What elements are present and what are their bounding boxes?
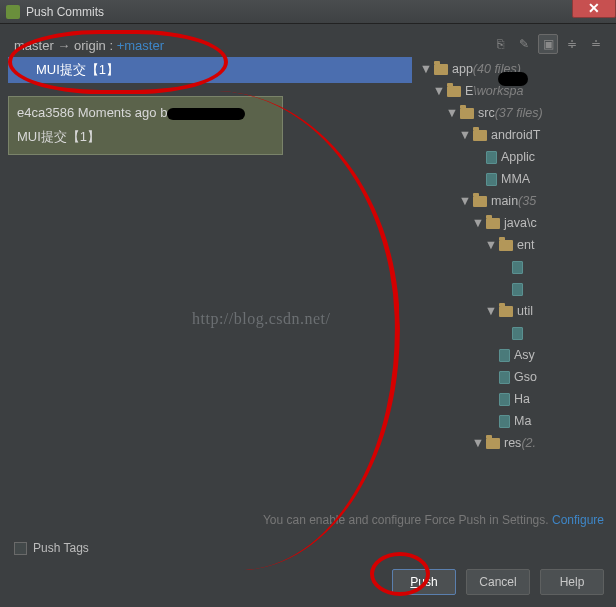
tree-folder[interactable]: ▼ent (420, 234, 608, 256)
commits-panel: master → origin : +master MUI提交【1】 e4ca3… (8, 34, 412, 503)
tree-label: src (478, 102, 495, 124)
file-icon (486, 151, 497, 164)
expander-icon[interactable]: ▼ (459, 124, 471, 146)
commit-message: MUI提交【1】 (17, 128, 274, 146)
local-branch: master (14, 38, 54, 53)
tree-file[interactable]: Asy (420, 344, 608, 366)
tree-file[interactable]: Applic (420, 146, 608, 168)
tree-file[interactable] (420, 256, 608, 278)
commit-tooltip: e4ca3586 Moments ago b MUI提交【1】 (8, 96, 283, 155)
remote-name: origin (74, 38, 106, 53)
expander-icon[interactable]: ▼ (485, 234, 497, 256)
app-icon (6, 5, 20, 19)
tree-label: util (517, 300, 533, 322)
tree-label: MMA (501, 168, 530, 190)
folder-icon (473, 196, 487, 207)
commit-hash: e4ca3586 (17, 105, 74, 120)
file-icon (499, 415, 510, 428)
configure-link[interactable]: Configure (552, 513, 604, 527)
expander-icon[interactable]: ▼ (472, 212, 484, 234)
tree-label: app (452, 58, 473, 80)
folder-icon (486, 218, 500, 229)
window-title: Push Commits (26, 5, 104, 19)
tree-label: E (465, 80, 473, 102)
tree-label: res (504, 432, 521, 454)
separator: : (109, 38, 113, 53)
commit-time: Moments ago (78, 105, 157, 120)
tree-label: androidT (491, 124, 540, 146)
branch-spec[interactable]: master → origin : +master (8, 34, 412, 57)
expander-icon[interactable]: ▼ (420, 58, 432, 80)
file-icon (499, 349, 510, 362)
folder-icon (460, 108, 474, 119)
folder-icon (499, 306, 513, 317)
tree-folder[interactable]: ▼main (35 (420, 190, 608, 212)
file-icon (512, 327, 523, 340)
tree-folder[interactable]: ▼res (2. (420, 432, 608, 454)
force-push-hint: You can enable and configure Force Push … (0, 507, 616, 533)
file-icon (512, 283, 523, 296)
expander-icon[interactable]: ▼ (446, 102, 458, 124)
tree-file[interactable]: Ma (420, 410, 608, 432)
help-button[interactable]: Help (540, 569, 604, 595)
tree-folder[interactable]: ▼src (37 files) (420, 102, 608, 124)
file-icon (486, 173, 497, 186)
cancel-button[interactable]: Cancel (466, 569, 530, 595)
expander-icon[interactable]: ▼ (472, 432, 484, 454)
tree-label: Applic (501, 146, 535, 168)
files-panel: ⎘ ✎ ▣ ≑ ≐ ▼app (40 files)▼E \workspa▼src… (420, 34, 608, 503)
files-tree[interactable]: ▼app (40 files)▼E \workspa▼src (37 files… (420, 58, 608, 503)
tree-label: Ha (514, 388, 530, 410)
tree-file[interactable]: MMA (420, 168, 608, 190)
tree-label: Asy (514, 344, 535, 366)
tree-file[interactable]: Ha (420, 388, 608, 410)
push-tags-label[interactable]: Push Tags (33, 541, 89, 555)
commit-item[interactable]: MUI提交【1】 (8, 57, 412, 83)
tree-file[interactable] (420, 278, 608, 300)
group-by-icon[interactable]: ⎘ (490, 34, 510, 54)
push-button[interactable]: Push (392, 569, 456, 595)
collapse-icon[interactable]: ≐ (586, 34, 606, 54)
folder-icon (447, 86, 461, 97)
dialog-content: master → origin : +master MUI提交【1】 e4ca3… (0, 24, 616, 607)
files-toolbar: ⎘ ✎ ▣ ≑ ≐ (420, 34, 608, 58)
tree-label: Gso (514, 366, 537, 388)
show-diff-icon[interactable]: ✎ (514, 34, 534, 54)
button-bar: Push Cancel Help (0, 569, 616, 607)
commit-author-lead: b (160, 105, 167, 120)
tree-count: (2. (521, 432, 536, 454)
folder-icon (434, 64, 448, 75)
redacted-author (167, 108, 245, 120)
hint-text: You can enable and configure Force Push … (263, 513, 549, 527)
tree-label: java\c (504, 212, 537, 234)
tree-file[interactable] (420, 322, 608, 344)
remote-branch[interactable]: +master (117, 38, 164, 53)
file-icon (499, 371, 510, 384)
main-area: master → origin : +master MUI提交【1】 e4ca3… (0, 24, 616, 507)
file-icon (499, 393, 510, 406)
folder-icon (473, 130, 487, 141)
footer-options: Push Tags (0, 533, 616, 569)
file-icon (512, 261, 523, 274)
tree-count: (35 (518, 190, 536, 212)
tree-folder[interactable]: ▼util (420, 300, 608, 322)
tree-folder[interactable]: ▼java\c (420, 212, 608, 234)
redacted-mark (498, 72, 528, 86)
expander-icon[interactable]: ▼ (459, 190, 471, 212)
close-button[interactable]: ✕ (572, 0, 616, 18)
tree-label: Ma (514, 410, 531, 432)
arrow-icon: → (57, 38, 70, 53)
expander-icon[interactable]: ▼ (485, 300, 497, 322)
tree-folder[interactable]: ▼androidT (420, 124, 608, 146)
expander-icon[interactable]: ▼ (433, 80, 445, 102)
folder-icon (486, 438, 500, 449)
group-dir-icon[interactable]: ▣ (538, 34, 558, 54)
tree-label: ent (517, 234, 534, 256)
tree-file[interactable]: Gso (420, 366, 608, 388)
tree-label: main (491, 190, 518, 212)
push-tags-checkbox[interactable] (14, 542, 27, 555)
title-bar: Push Commits ✕ (0, 0, 616, 24)
expand-icon[interactable]: ≑ (562, 34, 582, 54)
tree-count: (37 files) (495, 102, 543, 124)
folder-icon (499, 240, 513, 251)
